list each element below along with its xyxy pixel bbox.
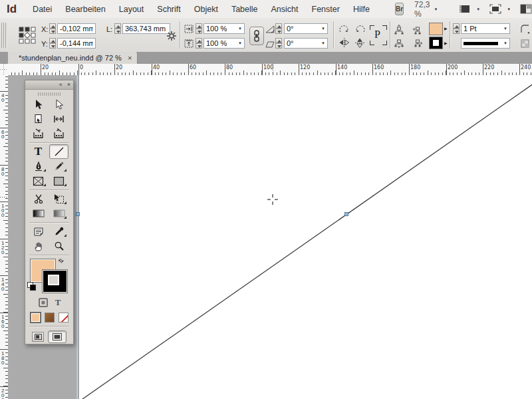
bridge-button[interactable]: Br xyxy=(395,3,404,15)
select-previous-object-icon[interactable] xyxy=(394,24,404,35)
selection-handle[interactable] xyxy=(76,213,80,216)
menu-objekt[interactable]: Objekt xyxy=(188,1,225,18)
shear-stepper[interactable] xyxy=(275,38,282,49)
formatting-affects-container-icon[interactable] xyxy=(38,297,49,308)
eyedropper-tool[interactable] xyxy=(49,224,68,239)
type-tool[interactable]: T xyxy=(29,144,48,159)
tools-panel-titlebar[interactable]: « × xyxy=(25,80,73,90)
zoom-tool[interactable] xyxy=(49,239,68,253)
menu-datei[interactable]: Datei xyxy=(26,1,59,18)
ruler-minor-tick xyxy=(206,70,207,75)
document-tab[interactable]: *stundenplan_neu.indd @ 72 % × xyxy=(8,52,138,64)
stroke-weight-dropdown[interactable]: 1 Pt ▼ xyxy=(461,23,510,34)
gradient-feather-tool[interactable] xyxy=(49,206,68,221)
corner-options-icon[interactable] xyxy=(520,24,530,34)
x-stepper[interactable] xyxy=(49,23,56,34)
ruler-minor-tick xyxy=(59,70,60,75)
gap-tool[interactable] xyxy=(49,112,68,126)
apply-gradient-button[interactable] xyxy=(45,313,55,323)
control-separator xyxy=(450,21,450,49)
menu-layout[interactable]: Layout xyxy=(112,1,151,18)
stroke-color-swatch[interactable] xyxy=(429,37,443,49)
swap-fill-stroke-icon[interactable]: ⇄ xyxy=(57,257,65,265)
zoom-level-dropdown[interactable]: 72,3 % ▼ xyxy=(414,0,438,19)
apply-none-button[interactable] xyxy=(59,313,68,323)
menu-hilfe[interactable]: Hilfe xyxy=(346,1,376,18)
line-tool[interactable] xyxy=(49,144,68,159)
adjust-scaling-options-icon[interactable] xyxy=(166,31,177,41)
scissors-tool[interactable] xyxy=(29,192,48,206)
panel-drag-grip[interactable] xyxy=(38,92,61,96)
shear-dropdown[interactable]: 0° ▼ xyxy=(284,38,328,49)
pencil-tool[interactable] xyxy=(49,159,68,174)
normal-view-mode-button[interactable] xyxy=(32,332,44,342)
content-collector-tool[interactable] xyxy=(29,126,48,141)
rotation-dropdown[interactable]: 0° ▼ xyxy=(284,23,328,34)
select-next-object-icon[interactable] xyxy=(394,38,404,49)
free-transform-tool[interactable] xyxy=(49,192,68,206)
ruler-label: 100 xyxy=(263,65,273,70)
horizontal-ruler[interactable]: 20020406080100120140160180200220240 xyxy=(8,64,532,76)
scale-y-stepper[interactable] xyxy=(196,38,202,49)
x-coordinate-field[interactable] xyxy=(57,23,96,34)
document-tab-bar: *stundenplan_neu.indd @ 72 % × xyxy=(0,52,532,65)
stroke-flyout-arrow-icon[interactable]: ▶ xyxy=(444,41,448,45)
selected-line-object[interactable] xyxy=(78,75,532,399)
constrain-proportions-button[interactable] xyxy=(249,27,264,45)
length-field[interactable] xyxy=(122,23,170,34)
tools-panel[interactable]: « × xyxy=(25,80,74,344)
scale-y-dropdown[interactable]: 100 % ▼ xyxy=(203,38,245,49)
scissors-icon xyxy=(33,194,44,204)
apply-color-button[interactable] xyxy=(31,313,41,323)
select-first-object-icon[interactable] xyxy=(412,24,423,35)
fill-flyout-arrow-icon[interactable]: ▶ xyxy=(444,26,448,31)
hand-tool[interactable] xyxy=(29,239,48,253)
view-options-dropdown[interactable]: ▼ xyxy=(459,4,480,14)
length-stepper[interactable] xyxy=(114,23,121,34)
selection-tool[interactable] xyxy=(29,97,48,112)
reference-point-proxy-icon[interactable] xyxy=(19,27,36,44)
collapse-panel-icon[interactable]: « xyxy=(59,81,63,88)
direct-selection-tool[interactable] xyxy=(49,97,68,112)
stroke-style-dropdown[interactable]: ▼ xyxy=(461,38,510,49)
select-last-object-icon[interactable] xyxy=(412,38,423,49)
menu-schrift[interactable]: Schrift xyxy=(150,1,187,18)
rotate-90-ccw-icon[interactable] xyxy=(354,24,366,35)
scale-x-stepper[interactable] xyxy=(196,23,202,34)
select-content-indicator[interactable]: P xyxy=(370,25,387,45)
menu-ansicht[interactable]: Ansicht xyxy=(265,1,305,18)
arrange-documents-dropdown[interactable]: ▼ xyxy=(520,4,532,14)
gradient-swatch-tool[interactable] xyxy=(29,206,48,221)
rotate-90-cw-icon[interactable] xyxy=(338,24,350,35)
menu-tabelle[interactable]: Tabelle xyxy=(225,1,265,18)
close-panel-icon[interactable]: × xyxy=(67,81,70,88)
page-tool[interactable] xyxy=(29,112,48,126)
panel-grip-handle[interactable] xyxy=(1,23,7,48)
screen-mode-dropdown[interactable]: ▼ xyxy=(489,4,511,14)
document-canvas[interactable]: « × xyxy=(8,75,532,399)
tab-close-icon[interactable]: × xyxy=(128,55,132,61)
stroke-weight-stepper[interactable] xyxy=(453,23,460,34)
ruler-major-tick xyxy=(0,275,8,276)
frame-tool[interactable] xyxy=(29,174,48,188)
formatting-affects-text-icon[interactable]: T xyxy=(55,297,61,308)
flip-horizontal-icon[interactable] xyxy=(338,37,350,48)
rectangle-tool[interactable] xyxy=(49,174,68,188)
flip-vertical-icon[interactable] xyxy=(354,37,366,48)
note-tool[interactable] xyxy=(29,224,48,239)
selection-handle[interactable] xyxy=(345,213,348,216)
y-coordinate-field[interactable] xyxy=(57,38,96,49)
fill-color-swatch[interactable] xyxy=(429,23,443,35)
scale-x-dropdown[interactable]: 100 % ▼ xyxy=(203,23,245,34)
menu-fenster[interactable]: Fenster xyxy=(305,1,346,18)
menu-bearbeiten[interactable]: Bearbeiten xyxy=(59,1,112,18)
preview-mode-button[interactable] xyxy=(48,331,66,343)
default-fill-stroke-icon[interactable] xyxy=(27,282,36,291)
ruler-major-tick xyxy=(0,201,8,202)
rotation-stepper[interactable] xyxy=(275,23,282,34)
pen-tool[interactable] xyxy=(29,159,48,174)
effects-icon[interactable] xyxy=(520,39,530,49)
content-placer-tool[interactable] xyxy=(49,126,68,141)
stroke-swatch[interactable] xyxy=(42,269,68,293)
y-stepper[interactable] xyxy=(49,38,56,49)
